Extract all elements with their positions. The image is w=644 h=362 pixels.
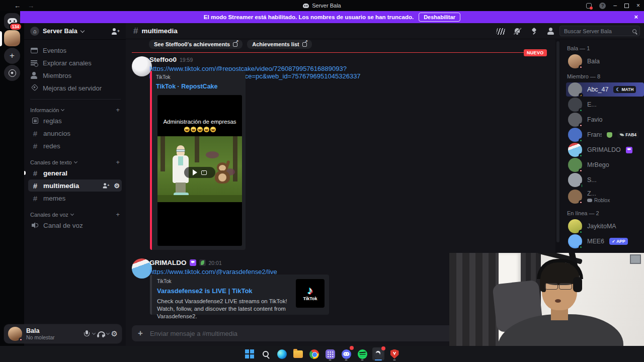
search-input[interactable]	[563, 28, 629, 35]
home-button[interactable]: 134	[4, 13, 20, 29]
dnd-status-icon	[19, 337, 23, 342]
title-bar: ← → Server Bala ? – ×	[0, 0, 644, 11]
avatar	[568, 219, 582, 233]
popout-icon[interactable]	[201, 170, 207, 175]
explore-servers-button[interactable]	[4, 65, 20, 81]
channel-reglas[interactable]: reglas	[28, 115, 122, 127]
close-button[interactable]: ×	[636, 0, 640, 11]
server-header[interactable]: ⌂ Server Bala +	[24, 23, 126, 40]
member-row[interactable]: E...	[566, 98, 641, 112]
minimize-button[interactable]: –	[613, 0, 617, 11]
server-search[interactable]	[559, 26, 640, 36]
member-name: E...	[587, 101, 597, 108]
taskbar-icon-obs[interactable]	[372, 347, 384, 360]
taskbar-icon-app-grid[interactable]	[324, 347, 336, 360]
invite-to-channel-icon[interactable]: +	[103, 183, 110, 188]
settings-gear-icon[interactable]: ⚙	[111, 329, 118, 338]
taskbar-icon-edge[interactable]	[276, 347, 288, 360]
embed-title[interactable]: TikTok · RepostCake	[156, 83, 246, 90]
update-icon[interactable]	[586, 3, 592, 9]
disable-streamer-button[interactable]: Deshabilitar	[419, 13, 460, 22]
section-canales-texto[interactable]: Canales de texto +	[30, 158, 120, 166]
channel-general[interactable]: # general	[28, 167, 122, 179]
tiktok-note-icon: ♪	[307, 286, 313, 296]
taskbar-icon-discord[interactable]	[340, 347, 352, 360]
gamepad-icon	[587, 199, 592, 202]
avatar	[568, 82, 582, 97]
banner-close-icon[interactable]: ×	[634, 11, 638, 23]
achievements-list-button[interactable]: Achievements list	[247, 40, 312, 49]
taskbar-icon-spotify[interactable]	[356, 347, 368, 360]
member-row[interactable]: GRIMALDO	[566, 143, 641, 157]
channel-settings-gear-icon[interactable]: ⚙	[114, 182, 120, 190]
channel-memes[interactable]: # memes	[28, 192, 122, 204]
activity-name: Roblox	[594, 198, 610, 203]
member-list-toggle-icon[interactable]	[546, 27, 554, 35]
tiktok-thumbnail[interactable]: ♪ TikTok	[296, 279, 325, 308]
embed-description: Check out Varasdefense2 LIVE streams on …	[157, 298, 289, 320]
member-row[interactable]: S...	[566, 173, 641, 187]
section-informacion[interactable]: Información +	[30, 106, 120, 114]
microphone-icon[interactable]	[84, 330, 91, 338]
notifications-muted-icon[interactable]	[513, 27, 521, 35]
avatar	[568, 173, 582, 187]
moon-icon: ☾	[616, 87, 620, 92]
headphones-earcup	[573, 277, 582, 292]
channel-sidebar: ⌂ Server Bala + Eventos Explorar canales…	[24, 23, 126, 346]
attach-plus-icon[interactable]: +	[138, 328, 143, 338]
member-row[interactable]: JaykitoMA	[566, 219, 641, 233]
section-label: Información	[30, 107, 59, 113]
user-avatar[interactable]	[8, 327, 22, 341]
invite-people-icon[interactable]: +	[112, 28, 120, 35]
member-name: MrBego	[587, 161, 609, 168]
channel-redes[interactable]: # redes	[28, 140, 122, 152]
avatar[interactable]	[132, 56, 152, 76]
chevron-down-icon[interactable]	[106, 331, 110, 335]
author-name[interactable]: GRIMALDO	[149, 259, 187, 266]
channel-multimedia[interactable]: # multimedia + ⚙	[28, 179, 122, 192]
help-icon[interactable]: ?	[599, 3, 606, 9]
author-name[interactable]: Steffoo0	[149, 56, 177, 63]
member-row[interactable]: Bala	[566, 54, 641, 68]
section-canales-voz[interactable]: Canales de voz +	[30, 211, 120, 218]
bug-emoji-icon	[607, 132, 612, 138]
headphones-icon[interactable]	[97, 331, 105, 337]
channel-label: multimedia	[43, 182, 79, 190]
sidebar-item-miembros[interactable]: Miembros	[28, 69, 122, 81]
maximize-button[interactable]	[624, 4, 629, 8]
avatar[interactable]	[132, 258, 152, 279]
windows-taskbar	[0, 346, 644, 362]
taskbar-icon-chrome[interactable]	[308, 347, 320, 360]
add-server-button[interactable]: +	[4, 48, 20, 64]
sidebar-item-mejoras[interactable]: Mejoras del servidor	[28, 82, 122, 94]
member-row[interactable]: MEE6 ✓ APP	[566, 234, 641, 248]
create-channel-icon[interactable]: +	[116, 106, 120, 114]
channel-label: redes	[43, 142, 60, 150]
avatar	[568, 158, 582, 172]
see-achievements-button[interactable]: See Steffoo0's achievements	[149, 40, 243, 49]
play-button[interactable]	[184, 167, 215, 178]
channel-anuncios[interactable]: # anuncios	[28, 127, 122, 139]
sidebar-item-explorar[interactable]: Explorar canales	[28, 57, 122, 69]
taskbar-icon-start[interactable]	[244, 347, 256, 360]
member-row[interactable]: Abc_47 ☾MATH	[566, 82, 644, 97]
pinned-messages-icon[interactable]	[530, 27, 538, 35]
member-row[interactable]: Fransito201 FAB4	[566, 128, 641, 142]
threads-icon[interactable]	[496, 28, 505, 35]
sidebar-item-eventos[interactable]: Eventos	[28, 44, 122, 56]
taskbar-icon-antivirus[interactable]	[388, 347, 400, 360]
server-icon-bala[interactable]	[4, 30, 20, 46]
embed-video[interactable]: Administración de empresas	[157, 95, 242, 246]
channel-canal-de-voz[interactable]: Canal de voz	[28, 219, 122, 231]
taskbar-icon-file-explorer[interactable]	[292, 347, 304, 360]
twitch-badge-icon	[626, 147, 632, 153]
create-channel-icon[interactable]: +	[116, 211, 120, 218]
member-row[interactable]: Z... Roblox	[566, 188, 641, 205]
create-channel-icon[interactable]: +	[116, 158, 120, 166]
scrollbar-thumb[interactable]	[556, 41, 559, 242]
taskbar-icon-search[interactable]	[260, 347, 272, 360]
chevron-down-icon[interactable]	[92, 331, 96, 335]
member-row[interactable]: MrBego	[566, 158, 641, 172]
online-status-icon	[579, 245, 583, 249]
member-row[interactable]: Favio	[566, 113, 641, 127]
